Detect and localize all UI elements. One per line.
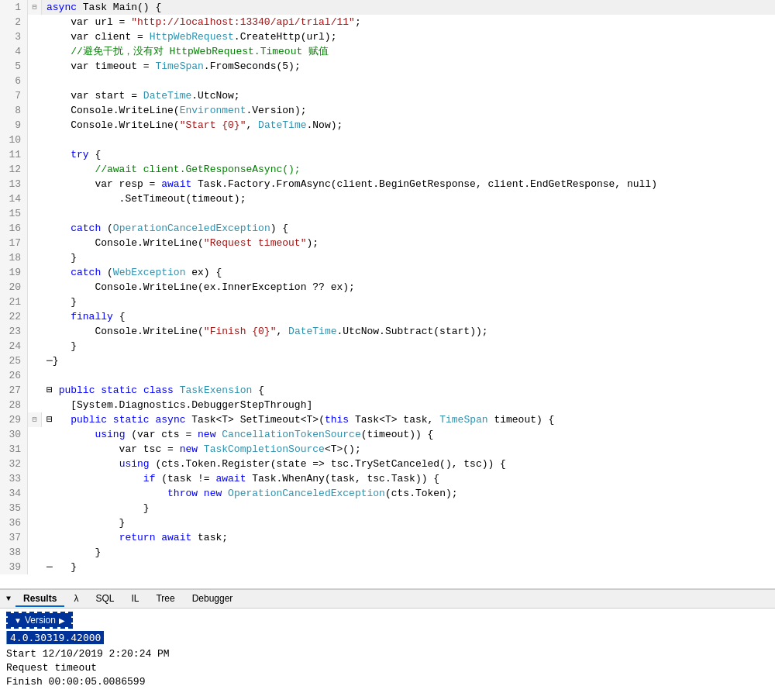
token-plain: { [252,384,264,396]
token-kw: public [71,414,107,426]
token-kw: class [143,384,174,396]
line-content: throw new OperationCanceledException(cts… [42,486,775,501]
token-plain: .FromSeconds(5); [204,60,301,72]
token-kw: static [101,384,137,396]
token-plain: ( [101,267,113,278]
line-number: 24 [0,339,28,353]
token-class-name: DateTime [143,90,191,102]
tab-results[interactable]: Results [16,591,64,607]
line-content: ─ } [42,560,775,574]
code-line: 18 } [0,250,775,265]
collapse-icon[interactable]: ⊟ [32,416,36,424]
token-kw: return [119,532,156,543]
line-number: 7 [0,88,28,103]
token-plain: Task<T> task, [349,414,439,426]
output-line: Finish 00:00:05.0086599 [6,675,769,689]
line-number: 25 [0,353,28,368]
line-content: ⊟ public static async Task<T> SetTimeout… [42,412,775,427]
line-content: } [42,501,775,516]
code-line: 22 finally { [0,309,775,324]
token-plain: <T>(); [325,443,361,455]
tab-debugger[interactable]: Debugger [184,591,241,607]
token-kw: new [180,443,198,455]
token-plain: } [46,547,101,558]
line-content: var timeout = TimeSpan.FromSeconds(5); [42,59,775,74]
token-class-name: HttpWebRequest [150,31,234,43]
token-kw: try [71,149,88,160]
token-kw: using [95,429,125,440]
code-editor: 1⊟async Task Main() {2 var url = "http:/… [0,0,775,589]
token-plain: ( [101,222,113,234]
token-plain: timeout) { [488,414,555,426]
code-line: 10 [0,133,775,147]
line-content: using (var cts = new CancellationTokenSo… [42,427,775,442]
collapse-icon[interactable]: ⊟ [32,3,36,12]
code-line: 30 using (var cts = new CancellationToke… [0,427,775,442]
line-content: var start = DateTime.UtcNow; [42,88,775,103]
token-plain: Console.WriteLine(ex.InnerException ?? e… [46,281,355,293]
line-number: 23 [0,324,28,339]
line-gutter: ⊟ [28,0,42,15]
version-bar: ▼ Version ▶ [6,612,769,629]
line-number: 3 [0,29,28,44]
token-plain: .Version); [246,105,306,116]
token-plain [222,488,228,499]
token-plain: ─ } [46,561,77,573]
output-area: Start 12/10/2019 2:20:24 PMRequest timeo… [6,647,769,689]
line-content: var resp = await Task.Factory.FromAsync(… [42,177,775,191]
line-number: 36 [0,516,28,530]
tab-sql[interactable]: SQL [88,591,122,607]
token-class-name: TimeSpan [155,60,203,72]
token-plain [46,267,71,278]
line-number: 22 [0,309,28,324]
tab-tree[interactable]: Tree [148,591,182,607]
line-content [42,133,775,147]
token-kw: catch [71,222,101,234]
line-content: //await client.GetResponseAsync(); [42,162,775,177]
token-plain: () { [137,2,161,13]
bottom-panel: ▼ ResultsλSQLILTreeDebugger ▼ Version ▶ … [0,589,775,700]
token-plain: (task != [155,473,215,484]
line-number: 9 [0,118,28,133]
line-content: catch (WebException ex) { [42,265,775,280]
line-number: 17 [0,236,28,250]
line-content: .SetTimeout(timeout); [42,191,775,206]
line-number: 6 [0,74,28,88]
code-lines: 1⊟async Task Main() {2 var url = "http:/… [0,0,775,574]
token-plain [107,414,113,426]
token-kw: static [113,414,150,426]
token-plain: var resp = [46,178,161,190]
token-kw: async [155,414,185,426]
code-line: 6 [0,74,775,88]
token-plain: ⊟ [46,414,71,426]
tab-[interactable]: λ [66,591,86,607]
token-kw: if [143,473,156,484]
line-number: 39 [0,560,28,574]
token-str: "Start {0}" [180,119,246,131]
version-label[interactable]: ▼ Version ▶ [8,613,71,627]
line-number: 8 [0,103,28,118]
line-number: 27 [0,383,28,398]
line-number: 32 [0,457,28,471]
token-kw: public [59,384,95,396]
token-plain: Task<T> SetTimeout<T>( [186,414,325,426]
line-content: //避免干扰，没有对 HttpWebRequest.Timeout 赋值 [42,44,775,59]
code-line: 21 } [0,295,775,309]
code-line: 34 throw new OperationCanceledException(… [0,486,775,501]
line-content: Console.WriteLine(ex.InnerException ?? e… [42,280,775,295]
tab-scroll-left[interactable]: ▼ [3,595,14,603]
code-line: 32 using (cts.Token.Register(state => ts… [0,457,775,471]
version-badge: ▼ Version ▶ [6,612,73,629]
tab-il[interactable]: IL [123,591,146,607]
token-plain: Console.WriteLine( [46,119,180,131]
token-class-name: TaskCompletionSource [204,443,325,455]
token-plain [46,473,143,484]
line-content: var url = "http://localhost:13340/api/tr… [42,15,775,29]
token-plain: [System.Diagnostics.DebuggerStepThrough] [46,399,312,411]
token-kw: await [161,532,191,543]
line-number: 31 [0,442,28,457]
token-plain [46,311,71,322]
token-cn-comment: //避免干扰，没有对 HttpWebRequest.Timeout 赋值 [46,46,329,57]
code-line: 15 [0,206,775,221]
token-plain: ; [355,16,361,28]
